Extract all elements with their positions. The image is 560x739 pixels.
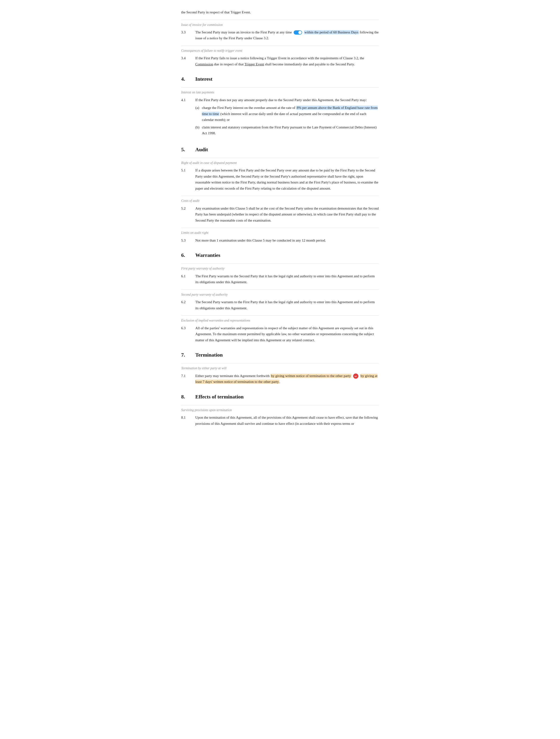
highlighted-period-text: within the period of 60 Business Days	[304, 30, 359, 34]
section-6-title: Warranties	[195, 251, 220, 259]
subsection-header-7-1: Termination by either party at will	[181, 363, 379, 371]
termination-notice-highlight-1: by giving written notice of termination …	[271, 374, 352, 378]
clause-5-2: 5.2 Any examination under this Clause 5 …	[181, 205, 379, 224]
section-4: 4. Interest Interest on late payments 4.…	[181, 75, 379, 138]
clause-4-1: 4.1 If the First Party does not pay any …	[181, 97, 379, 138]
sub-item-4-1-b: (b) claim interest and statutory compens…	[195, 124, 379, 136]
clause-body-6-3: All of the parties' warranties and repre…	[195, 325, 379, 343]
section-4-number: 4.	[181, 75, 195, 83]
section-7-number: 7.	[181, 351, 195, 359]
section-8: 8. Effects of termination Surviving prov…	[181, 393, 379, 427]
clause-num-5-2: 5.2	[181, 205, 195, 224]
section-6-header: 6. Warranties	[181, 251, 379, 259]
clause-6-2: 6.2 The Second Party warrants to the Fir…	[181, 299, 379, 311]
section-5: 5. Audit Right of audit in case of dispu…	[181, 145, 379, 244]
subsection-header-5-1: Right of audit in case of disputed payme…	[181, 158, 379, 166]
clause-body-5-1: If a dispute arises between the First Pa…	[195, 167, 379, 191]
clause-num-8-1: 8.1	[181, 415, 195, 427]
sub-item-4-1-a: (a) charge the First Party interest on t…	[195, 105, 379, 123]
subsection-header-3-4: Consequences of failure to notify trigge…	[181, 46, 379, 53]
section-7-header: 7. Termination	[181, 351, 379, 359]
clause-3-3: 3.3 The Second Party may issue an invoic…	[181, 29, 379, 41]
clause-7-1: 7.1 Either party may terminate this Agre…	[181, 373, 379, 385]
subsection-header-5-3: Limits on audit right	[181, 228, 379, 236]
section-8-header: 8. Effects of termination	[181, 393, 379, 401]
clause-num-3-3: 3.3	[181, 29, 195, 41]
section-6-number: 6.	[181, 251, 195, 259]
clause-8-1: 8.1 Upon the termination of this Agreeme…	[181, 415, 379, 427]
sub-text-a: charge the First Party interest on the o…	[202, 105, 379, 123]
section-4-header: 4. Interest	[181, 75, 379, 83]
section-8-title: Effects of termination	[195, 393, 244, 401]
subsection-header-8-1: Surviving provisions upon termination	[181, 405, 379, 413]
clause-body-4-1: If the First Party does not pay any amou…	[195, 97, 379, 138]
clause-5-3: 5.3 Not more than 1 examination under th…	[181, 238, 379, 244]
clause-num-6-1: 6.1	[181, 273, 195, 285]
clause-num-5-3: 5.3	[181, 238, 195, 244]
intro-text: the Second Party in respect of that Trig…	[181, 9, 379, 15]
toggle-switch-container[interactable]	[294, 30, 302, 34]
subsection-header-6-3: Exclusion of implied warranties and repr…	[181, 315, 379, 323]
clause-body-7-1: Either party may terminate this Agreemen…	[195, 373, 379, 385]
subsection-header-4-1: Interest on late payments	[181, 87, 379, 95]
section-7-title: Termination	[195, 351, 223, 359]
sub-label-a: (a)	[195, 105, 202, 123]
clause-num-6-2: 6.2	[181, 299, 195, 311]
clause-body-3-3: The Second Party may issue an invoice to…	[195, 29, 379, 41]
clause-body-8-1: Upon the termination of this Agreement, …	[195, 415, 379, 427]
clause-num-7-1: 7.1	[181, 373, 195, 385]
clause-5-1: 5.1 If a dispute arises between the Firs…	[181, 167, 379, 191]
section-5-number: 5.	[181, 145, 195, 154]
interest-rate-highlight: 8% per annum above the Bank of England b…	[202, 106, 378, 116]
clause-3-4: 3.4 If the First Party fails to issue a …	[181, 55, 379, 67]
clause-body-6-2: The Second Party warrants to the First P…	[195, 299, 379, 311]
clause-6-1: 6.1 The First Party warrants to the Seco…	[181, 273, 379, 285]
toggle-switch[interactable]	[294, 30, 302, 34]
section-6: 6. Warranties First party warranty of au…	[181, 251, 379, 343]
subsection-header-5-2: Costs of audit	[181, 196, 379, 203]
clause-body-3-4: If the First Party fails to issue a noti…	[195, 55, 379, 67]
subsection-header-3-3: Issue of invoice for commission	[181, 20, 379, 27]
clause-num-3-4: 3.4	[181, 55, 195, 67]
sub-label-b: (b)	[195, 124, 202, 136]
section-8-number: 8.	[181, 393, 195, 401]
section-5-header: 5. Audit	[181, 145, 379, 154]
clause-body-5-2: Any examination under this Clause 5 shal…	[195, 205, 379, 224]
sub-text-b: claim interest and statutory compensatio…	[202, 124, 379, 136]
clause-num-6-3: 6.3	[181, 325, 195, 343]
section-7: 7. Termination Termination by either par…	[181, 351, 379, 385]
section-4-title: Interest	[195, 75, 213, 83]
clause-num-5-1: 5.1	[181, 167, 195, 191]
subsection-header-6-2: Second party warranty of authority	[181, 290, 379, 297]
or-badge: or	[353, 374, 358, 379]
section-3: Issue of invoice for commission 3.3 The …	[181, 20, 379, 67]
subsection-header-6-1: First party warranty of authority	[181, 263, 379, 271]
clause-num-4-1: 4.1	[181, 97, 195, 138]
clause-body-6-1: The First Party warrants to the Second P…	[195, 273, 379, 285]
trigger-event-underline: Trigger Event	[245, 62, 264, 66]
clause-body-5-3: Not more than 1 examination under this C…	[195, 238, 379, 244]
sub-list-4-1: (a) charge the First Party interest on t…	[195, 105, 379, 136]
section-5-title: Audit	[195, 145, 208, 154]
clause-6-3: 6.3 All of the parties' warranties and r…	[181, 325, 379, 343]
commission-underline: Commission	[195, 62, 213, 66]
